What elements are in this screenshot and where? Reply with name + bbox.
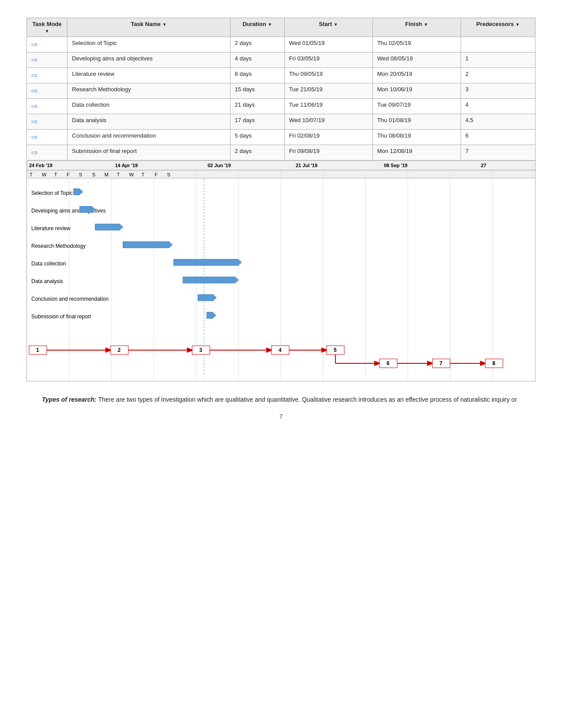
table-row: ⇨ Literature review 8 days Thu 09/05/19 … [27, 68, 536, 83]
table-row: ⇨ Submission of final report 2 days Fri … [27, 145, 536, 161]
task-duration: 5 days [230, 130, 284, 145]
task-start: Tue 21/05/19 [284, 83, 372, 99]
svg-text:14 Apr '19: 14 Apr '19 [115, 163, 138, 168]
task-duration: 2 days [230, 145, 284, 161]
task-name: Research Methodology [67, 83, 230, 99]
th-predecessors[interactable]: Predecessors ▼ [461, 18, 535, 37]
svg-text:T: T [141, 172, 145, 177]
svg-text:8: 8 [492, 360, 495, 366]
task-duration: 2 days [230, 37, 284, 52]
task-finish: Mon 10/06/19 [372, 83, 461, 99]
svg-text:T: T [54, 172, 57, 177]
task-predecessors: 3 [461, 83, 535, 99]
task-finish: Mon 12/08/19 [372, 145, 461, 161]
task-duration: 4 days [230, 52, 284, 68]
svg-text:Conclusion and recommendation: Conclusion and recommendation [31, 296, 108, 302]
table-row: ⇨ Research Methodology 15 days Tue 21/05… [27, 83, 536, 99]
task-finish: Thu 08/08/19 [372, 130, 461, 145]
svg-text:7: 7 [439, 360, 443, 366]
task-predecessors: 2 [461, 68, 535, 83]
th-finish[interactable]: Finish ▼ [372, 18, 461, 37]
task-mode-icon: ⇨ [27, 114, 67, 130]
gantt-svg: 24 Feb '19 14 Apr '19 02 Jun '19 21 Jul … [27, 161, 536, 381]
svg-text:4: 4 [279, 347, 282, 353]
task-mode-icon: ⇨ [27, 37, 67, 52]
types-of-research-body: There are two types of investigation whi… [98, 396, 517, 403]
task-start: Fri 03/05/19 [284, 52, 372, 68]
svg-text:21 Jul '19: 21 Jul '19 [296, 163, 317, 168]
svg-rect-52 [183, 277, 235, 283]
task-name: Conclusion and recommendation [67, 130, 230, 145]
svg-text:W: W [129, 172, 134, 177]
svg-text:F: F [155, 172, 158, 177]
task-name: Data analysis [67, 114, 230, 130]
task-mode-icon: ⇨ [27, 145, 67, 161]
svg-text:24 Feb '19: 24 Feb '19 [29, 163, 52, 168]
svg-rect-0 [27, 161, 536, 170]
task-duration: 17 days [230, 114, 284, 130]
task-name: Developing aims and objectives [67, 52, 230, 68]
th-mode[interactable]: Task Mode ▼ [27, 18, 67, 37]
svg-text:F: F [67, 172, 70, 177]
types-of-research-label: Types of research: [42, 396, 97, 403]
task-finish: Wed 08/05/19 [372, 52, 461, 68]
table-row: ⇨ Conclusion and recommendation 5 days F… [27, 130, 536, 145]
svg-text:M: M [104, 172, 108, 177]
table-row: ⇨ Developing aims and objectives 4 days … [27, 52, 536, 68]
svg-text:Submission of final report: Submission of final report [31, 314, 91, 320]
task-finish: Tue 09/07/19 [372, 99, 461, 114]
page-number: 7 [26, 413, 536, 420]
svg-text:S: S [167, 172, 170, 177]
svg-rect-44 [80, 206, 92, 213]
task-duration: 21 days [230, 99, 284, 114]
svg-rect-54 [198, 295, 213, 301]
svg-text:Research Methodology: Research Methodology [31, 243, 86, 249]
task-mode-icon: ⇨ [27, 99, 67, 114]
svg-text:Data collection: Data collection [31, 261, 66, 267]
task-duration: 8 days [230, 68, 284, 83]
th-duration[interactable]: Duration ▼ [230, 18, 284, 37]
svg-rect-46 [95, 224, 120, 230]
svg-text:Literature review: Literature review [31, 225, 71, 231]
table-row: ⇨ Data collection 21 days Tue 11/06/19 T… [27, 99, 536, 114]
svg-text:02 Jun '19: 02 Jun '19 [208, 163, 231, 168]
gantt-table: Task Mode ▼ Task Name ▼ Duration ▼ Start… [26, 18, 536, 161]
task-predecessors [461, 37, 535, 52]
task-mode-icon: ⇨ [27, 130, 67, 145]
task-mode-icon: ⇨ [27, 68, 67, 83]
svg-text:T: T [117, 172, 120, 177]
task-mode-icon: ⇨ [27, 83, 67, 99]
svg-text:6: 6 [387, 360, 390, 366]
task-duration: 15 days [230, 83, 284, 99]
task-predecessors: 7 [461, 145, 535, 161]
svg-text:2: 2 [118, 347, 121, 353]
task-predecessors: 1 [461, 52, 535, 68]
svg-text:T: T [30, 172, 33, 177]
task-name: Submission of final report [67, 145, 230, 161]
th-taskname[interactable]: Task Name ▼ [67, 18, 230, 37]
task-start: Wed 01/05/19 [284, 37, 372, 52]
svg-text:1: 1 [36, 347, 39, 353]
th-start[interactable]: Start ▼ [284, 18, 372, 37]
task-start: Fri 09/08/19 [284, 145, 372, 161]
task-start: Thu 09/05/19 [284, 68, 372, 83]
task-name: Literature review [67, 68, 230, 83]
table-row: ⇨ Data analysis 17 days Wed 10/07/19 Thu… [27, 114, 536, 130]
svg-rect-7 [27, 170, 536, 178]
svg-text:S: S [92, 172, 95, 177]
gantt-chart: 24 Feb '19 14 Apr '19 02 Jun '19 21 Jul … [26, 161, 536, 381]
svg-text:S: S [79, 172, 82, 177]
task-finish: Mon 20/05/19 [372, 68, 461, 83]
svg-text:W: W [42, 172, 47, 177]
svg-text:3: 3 [199, 347, 202, 353]
svg-rect-50 [174, 259, 238, 265]
task-predecessors: 4 [461, 99, 535, 114]
svg-text:Data analysis: Data analysis [31, 278, 63, 284]
svg-text:08 Sep '19: 08 Sep '19 [384, 163, 407, 168]
task-start: Fri 02/08/19 [284, 130, 372, 145]
svg-text:Selection of Topic: Selection of Topic [31, 190, 73, 196]
task-mode-icon: ⇨ [27, 52, 67, 68]
task-name: Data collection [67, 99, 230, 114]
task-start: Wed 10/07/19 [284, 114, 372, 130]
task-finish: Thu 02/05/19 [372, 37, 461, 52]
